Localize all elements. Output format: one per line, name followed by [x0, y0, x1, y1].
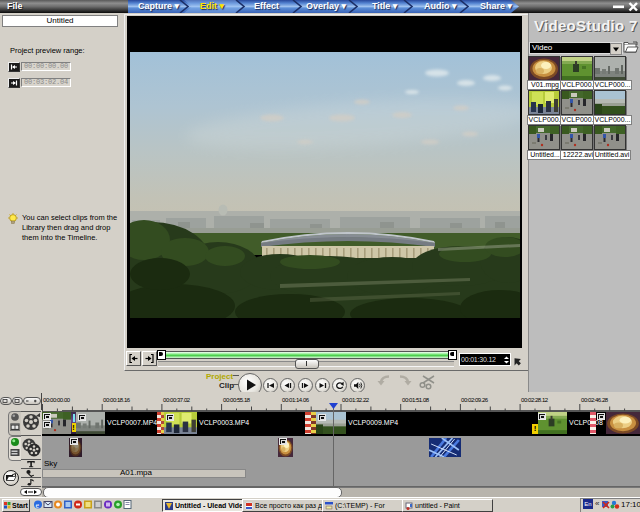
svg-text:e: e [36, 501, 40, 510]
